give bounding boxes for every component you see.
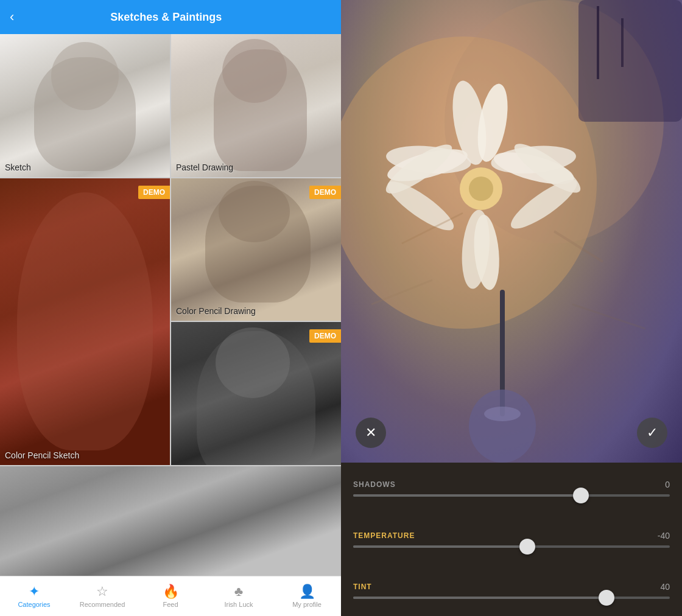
gallery-item-sketch[interactable]: Sketch xyxy=(0,34,170,177)
gallery-grid: Sketch Pastel Drawing DEMO Color Pencil … xyxy=(0,34,341,576)
svg-rect-2 xyxy=(578,0,682,122)
nav-my-profile[interactable]: 👤 My profile xyxy=(273,576,341,616)
nav-categories[interactable]: ✦ Categories xyxy=(0,576,68,616)
nav-recommended[interactable]: ☆ Recommended xyxy=(68,576,136,616)
temperature-header: TEMPERATURE -40 xyxy=(353,531,670,541)
gallery-item-demo3[interactable]: DEMO xyxy=(171,322,341,465)
svg-point-6 xyxy=(469,390,536,463)
nav-categories-label: Categories xyxy=(18,601,50,608)
shadows-control: SHADOWS 0 xyxy=(353,480,670,497)
svg-rect-4 xyxy=(621,18,624,67)
shadows-value: 0 xyxy=(665,480,670,489)
pastel-label: Pastel Drawing xyxy=(176,163,233,172)
confirm-icon: ✓ xyxy=(647,425,658,441)
gallery-item-color-pencil-drawing[interactable]: DEMO Color Pencil Drawing xyxy=(171,178,341,321)
controls-panel: SHADOWS 0 TEMPERATURE -40 TINT 40 xyxy=(341,463,682,616)
flower-svg xyxy=(341,0,682,463)
temperature-track[interactable] xyxy=(353,545,670,548)
sketch-image xyxy=(0,34,170,177)
categories-icon: ✦ xyxy=(29,585,40,598)
right-panel: ✕ ✓ SHADOWS 0 TEMPERATURE -40 xyxy=(341,0,682,616)
gallery-item-color-pencil-sketch[interactable]: DEMO Color Pencil Sketch xyxy=(0,178,170,465)
svg-line-25 xyxy=(572,304,645,329)
confirm-button[interactable]: ✓ xyxy=(637,418,667,448)
nav-irish-luck[interactable]: ♣ Irish Luck xyxy=(205,576,273,616)
cancel-icon: ✕ xyxy=(365,425,376,441)
page-title: Sketches & Paintings xyxy=(24,11,308,24)
tint-track[interactable] xyxy=(353,597,670,599)
tint-control: TINT 40 xyxy=(353,582,670,599)
bottom-nav: ✦ Categories ☆ Recommended 🔥 Feed ♣ Iris… xyxy=(0,576,341,616)
nav-my-profile-label: My profile xyxy=(292,601,322,608)
recommended-icon: ☆ xyxy=(96,585,108,598)
image-preview: ✕ ✓ xyxy=(341,0,682,463)
demo-badge-color-pencil-sketch: DEMO xyxy=(138,186,170,199)
left-panel: ‹ Sketches & Paintings Sketch Pastel Dra… xyxy=(0,0,341,616)
color-pencil-drawing-label: Color Pencil Drawing xyxy=(176,306,256,316)
temperature-control: TEMPERATURE -40 xyxy=(353,531,670,548)
back-button[interactable]: ‹ xyxy=(10,9,14,25)
flower-background: ✕ ✓ xyxy=(341,0,682,463)
temperature-fill xyxy=(353,545,527,548)
tint-label: TINT xyxy=(353,583,372,591)
nav-irish-luck-label: Irish Luck xyxy=(224,601,253,608)
temperature-thumb[interactable] xyxy=(519,539,535,555)
color-pencil-sketch-label: Color Pencil Sketch xyxy=(5,450,79,460)
nav-feed-label: Feed xyxy=(163,601,178,608)
svg-rect-3 xyxy=(597,6,599,79)
sketch-label: Sketch xyxy=(5,163,31,172)
temperature-value: -40 xyxy=(658,531,670,541)
pastel-image xyxy=(171,34,341,177)
partial-image xyxy=(0,466,341,576)
shadows-label: SHADOWS xyxy=(353,480,396,489)
tint-header: TINT 40 xyxy=(353,582,670,592)
svg-point-7 xyxy=(484,407,521,421)
feed-icon: 🔥 xyxy=(163,585,179,598)
color-pencil-sketch-image xyxy=(0,178,170,465)
irish-luck-icon: ♣ xyxy=(234,585,243,598)
tint-thumb[interactable] xyxy=(599,590,614,606)
nav-recommended-label: Recommended xyxy=(80,601,125,608)
tint-fill xyxy=(353,597,606,599)
color-pencil-drawing-image xyxy=(171,178,341,321)
nav-feed[interactable]: 🔥 Feed xyxy=(136,576,205,616)
shadows-track[interactable] xyxy=(353,494,670,497)
demo-badge-demo3: DEMO xyxy=(309,329,341,343)
gallery-item-partial[interactable] xyxy=(0,466,341,576)
demo3-image xyxy=(171,322,341,465)
tint-value: 40 xyxy=(660,582,670,592)
header: ‹ Sketches & Paintings xyxy=(0,0,341,34)
svg-point-9 xyxy=(469,177,493,201)
shadows-thumb[interactable] xyxy=(573,488,589,503)
shadows-header: SHADOWS 0 xyxy=(353,480,670,489)
cancel-button[interactable]: ✕ xyxy=(356,418,386,448)
demo-badge-color-pencil-drawing: DEMO xyxy=(309,186,341,199)
gallery-item-pastel-drawing[interactable]: Pastel Drawing xyxy=(171,34,341,177)
temperature-label: TEMPERATURE xyxy=(353,531,415,540)
shadows-fill xyxy=(353,494,581,497)
my-profile-icon: 👤 xyxy=(299,585,315,598)
